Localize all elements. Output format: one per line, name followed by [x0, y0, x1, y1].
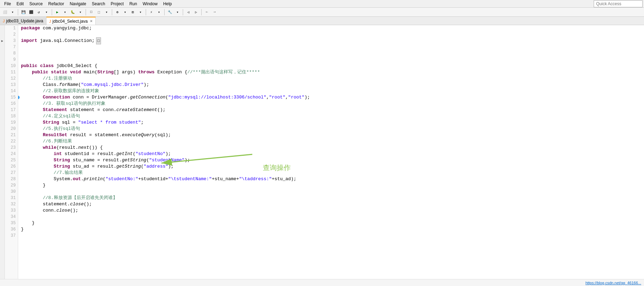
- toolbar-btn25[interactable]: →: [211, 9, 218, 16]
- token: next: [78, 145, 89, 151]
- token: [48, 69, 51, 75]
- token: studentid = result.: [62, 151, 116, 157]
- menu-file[interactable]: File: [1, 1, 14, 7]
- line-number-10: 10: [5, 63, 16, 69]
- menu-project[interactable]: Project: [108, 1, 126, 7]
- tab-jdbc03[interactable]: J jdbc03_Update.java: [0, 17, 46, 25]
- toolbar-btn11[interactable]: □: [88, 9, 95, 16]
- toolbar-btn21[interactable]: ▾: [174, 9, 181, 16]
- token: println: [84, 176, 103, 182]
- token: sql =: [59, 119, 78, 126]
- token: String: [21, 119, 59, 126]
- token: //2.获取数据库的连接对象: [21, 88, 99, 94]
- toolbar-btn18[interactable]: ⚡: [148, 9, 155, 16]
- code-line-18: //4.定义sql语句: [18, 113, 644, 119]
- toolbar: ⬜ ▾ 💾 ⬛ ↺ ▾ ▶ ▾ 🐛 ▾ □ ⬚ ▾ ⊕ ▾ ⊞ ▾ ⚡ ▾ 🔧 …: [0, 8, 644, 17]
- line-number-34: 34: [5, 214, 16, 220]
- line-number-18: 18: [5, 113, 16, 119]
- toolbar-debug[interactable]: 🐛: [69, 9, 76, 16]
- toolbar-next[interactable]: ▷: [193, 9, 200, 16]
- collapse-icon[interactable]: □: [96, 37, 101, 44]
- toolbar-btn14[interactable]: ⊕: [114, 9, 121, 16]
- token: static: [51, 69, 67, 75]
- tab-jdbc04[interactable]: J jdbc04_Select.java ✕: [46, 17, 96, 25]
- token: [21, 145, 43, 151]
- token: getConnection: [130, 94, 165, 101]
- token: executeQuery: [122, 132, 155, 138]
- toolbar-btn6[interactable]: ▾: [43, 9, 50, 16]
- line-number-30: 30: [5, 189, 16, 195]
- token: forName: [59, 82, 78, 88]
- tab-label-2: jdbc04_Select.java: [52, 19, 88, 24]
- token: //4.定义sql语句: [21, 113, 80, 119]
- code-line-37: [18, 233, 644, 239]
- code-area[interactable]: package com.yangying.jdbc; import java.s…: [18, 25, 644, 286]
- code-line-3: import java.sql.Connection;□: [18, 38, 644, 44]
- toolbar-sep7: [183, 9, 183, 15]
- token: "studentNo:": [106, 176, 138, 182]
- token: //8.释放资源【后开启谁先关闭谁】: [21, 195, 117, 201]
- token: (: [146, 157, 149, 163]
- menu-edit[interactable]: Edit: [14, 1, 27, 7]
- menu-run[interactable]: Run: [126, 1, 140, 7]
- line-number-36: 36: [5, 226, 16, 233]
- toolbar-btn17[interactable]: ▾: [137, 9, 144, 16]
- toolbar-btn10[interactable]: ▾: [77, 9, 84, 16]
- token: ;: [141, 119, 144, 126]
- toolbar-btn20[interactable]: 🔧: [166, 9, 173, 16]
- toolbar-new[interactable]: ⬜: [1, 9, 8, 16]
- token: [] args): [114, 69, 138, 75]
- toolbar-btn13[interactable]: ▾: [103, 9, 110, 16]
- toolbar-sep2: [52, 9, 52, 15]
- code-line-25: String stu_name = result.getString("stud…: [18, 157, 644, 163]
- menu-refactor[interactable]: Refactor: [45, 1, 67, 7]
- quick-access-input[interactable]: [594, 0, 643, 7]
- toolbar-btn12[interactable]: ⬚: [95, 9, 102, 16]
- token: ResultSet: [21, 132, 67, 138]
- code-line-24: int studentid = result.getInt("studentNo…: [18, 151, 644, 157]
- token: ,: [285, 94, 288, 101]
- menu-search[interactable]: Search: [89, 1, 108, 7]
- token: jdbc04_Select {: [54, 63, 97, 69]
- token: [37, 63, 40, 69]
- gutter-icon-fold[interactable]: ▶: [1, 38, 3, 44]
- toolbar-save[interactable]: 💾: [20, 9, 27, 16]
- code-line-27: //7.输出结果: [18, 170, 644, 176]
- token: +stu_ad);: [272, 176, 296, 182]
- menu-help[interactable]: Help: [160, 1, 175, 7]
- tab-close-2[interactable]: ✕: [90, 19, 93, 23]
- menu-source[interactable]: Source: [27, 1, 45, 7]
- line-number-12: 12: [5, 75, 16, 82]
- code-line-14: //2.获取数据库的连接对象: [18, 88, 644, 94]
- token: Exception {: [154, 69, 187, 75]
- token: stu_name = result.: [70, 157, 122, 163]
- menu-window[interactable]: Window: [140, 1, 160, 7]
- line-number-17: 17: [5, 107, 16, 113]
- token: import: [21, 38, 37, 44]
- token: ();: [70, 207, 78, 214]
- line-numbers: 1237891011121314151617181920212223242526…: [5, 25, 18, 286]
- toolbar-btn24[interactable]: ←: [203, 9, 210, 16]
- toolbar-btn16[interactable]: ⊞: [129, 9, 136, 16]
- line-number-9: 9: [5, 57, 16, 63]
- toolbar-run[interactable]: ▶: [54, 9, 61, 16]
- menu-bar: File Edit Source Refactor Navigate Searc…: [0, 0, 644, 8]
- toolbar-btn5[interactable]: ↺: [35, 9, 42, 16]
- toolbar-btn2[interactable]: ▾: [9, 9, 16, 16]
- token: String: [21, 157, 70, 163]
- token: );: [184, 157, 190, 163]
- code-line-35: }: [18, 220, 644, 226]
- token: public: [21, 69, 48, 75]
- token: com.yangying.jdbc;: [40, 25, 92, 31]
- toolbar-btn15[interactable]: ▾: [122, 9, 129, 16]
- status-link[interactable]: https://blog.csdn.net/qq_46166...: [585, 281, 641, 285]
- code-line-36: }: [18, 226, 644, 233]
- token: [67, 69, 70, 75]
- toolbar-btn4[interactable]: ⬛: [28, 9, 35, 16]
- toolbar-btn19[interactable]: ▾: [155, 9, 162, 16]
- toolbar-btn8[interactable]: ▾: [61, 9, 68, 16]
- menu-navigate[interactable]: Navigate: [67, 1, 89, 7]
- token: throws: [138, 69, 155, 75]
- line-number-3: 3: [5, 38, 16, 44]
- toolbar-prev[interactable]: ◁: [185, 9, 192, 16]
